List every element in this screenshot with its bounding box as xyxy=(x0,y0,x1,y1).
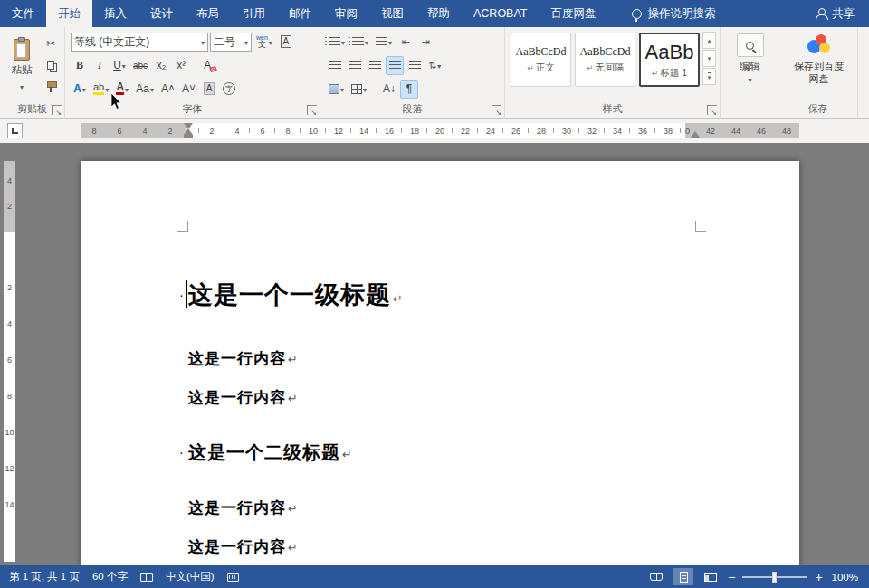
zoom-out-button[interactable] xyxy=(728,570,735,584)
bold-button[interactable]: B xyxy=(71,56,89,75)
ribbon-tab[interactable]: 审阅 xyxy=(323,0,369,27)
justify-button[interactable] xyxy=(386,56,404,75)
sort-button[interactable]: A↓ xyxy=(380,80,398,99)
distribute-button[interactable] xyxy=(406,56,424,75)
format-painter-button[interactable] xyxy=(41,77,61,96)
styles-scroll-down-button[interactable] xyxy=(702,50,716,67)
zoom-in-button[interactable] xyxy=(815,570,822,584)
document-content[interactable]: · 这是一个一级标题↵ 这是一行内容↵ 这是一行内容↵ · xyxy=(81,161,799,559)
font-name-select[interactable]: 等线 (中文正文) xyxy=(71,33,208,52)
paragraph[interactable]: · 这是一个一级标题↵ xyxy=(188,279,745,316)
show-formatting-marks-button[interactable]: ¶ xyxy=(400,80,418,99)
strikethrough-button[interactable]: abc xyxy=(130,56,150,75)
dialog-launcher-icon[interactable] xyxy=(52,105,62,115)
dialog-launcher-icon[interactable] xyxy=(492,105,501,115)
clipboard-group: 粘贴 ✂ 剪贴板 xyxy=(0,27,65,118)
paragraph[interactable]: 这是一行内容↵ xyxy=(188,348,745,371)
styles-more-button[interactable] xyxy=(702,68,716,85)
ribbon-tab[interactable]: 插入 xyxy=(92,0,138,27)
borders-button[interactable] xyxy=(349,80,369,99)
word-count[interactable]: 60 个字 xyxy=(92,570,128,583)
shrink-font-button[interactable]: A˅ xyxy=(179,80,198,99)
save-to-baidu-netdisk-button[interactable]: 保存到百度网盘 xyxy=(784,32,854,85)
paste-button[interactable]: 粘贴 xyxy=(5,32,38,99)
ribbon-tab[interactable]: 引用 xyxy=(231,0,277,27)
clear-formatting-button[interactable]: A xyxy=(201,56,219,75)
input-mode-icon[interactable] xyxy=(227,573,239,582)
style-gallery-item[interactable]: AaBbCcDd ↵正文 xyxy=(511,33,571,87)
ribbon-tab[interactable]: 布局 xyxy=(185,0,231,27)
language-indicator[interactable]: 中文(中国) xyxy=(166,570,215,583)
read-mode-button[interactable] xyxy=(646,568,666,585)
web-layout-button[interactable] xyxy=(701,568,721,585)
paragraph-text: 这是一行内容 xyxy=(188,389,286,406)
numbering-button[interactable] xyxy=(349,33,371,52)
paragraph[interactable]: 这是一行内容↵ xyxy=(188,387,745,410)
grow-font-button[interactable]: A˄ xyxy=(158,80,177,99)
dialog-launcher-icon[interactable] xyxy=(707,105,717,115)
ruler-number: 6 xyxy=(250,127,275,136)
underline-button[interactable]: U xyxy=(110,56,129,75)
dialog-launcher-icon[interactable] xyxy=(307,105,317,115)
right-indent-marker[interactable] xyxy=(691,131,700,138)
zoom-slider[interactable] xyxy=(742,571,807,583)
page-indicator[interactable]: 第 1 页, 共 1 页 xyxy=(9,570,80,583)
font-color-button[interactable]: A xyxy=(113,80,131,99)
tab-selector-button[interactable] xyxy=(7,123,23,138)
cut-button[interactable]: ✂ xyxy=(41,33,61,52)
editing-menu-button[interactable]: 编辑 xyxy=(726,32,774,84)
font-size-select[interactable]: 二号 xyxy=(210,33,252,52)
enclose-characters-button[interactable]: 字 xyxy=(220,80,238,99)
copy-button[interactable] xyxy=(41,55,61,74)
ribbon-tab[interactable]: 开始 xyxy=(46,0,92,27)
ribbon-tab[interactable]: 视图 xyxy=(369,0,415,27)
phonetic-guide-button[interactable]: wén文 xyxy=(253,33,275,52)
document-area[interactable]: 42 2468101214 · 这是一个一级标题↵ 这是一行内容↵ xyxy=(0,143,869,565)
italic-button[interactable]: I xyxy=(91,56,109,75)
share-button[interactable]: 共享 xyxy=(801,0,869,27)
line-spacing-button[interactable]: ⇅ xyxy=(425,56,444,75)
zoom-slider-handle[interactable] xyxy=(772,572,777,583)
document-page[interactable]: · 这是一个一级标题↵ 这是一行内容↵ 这是一行内容↵ · xyxy=(81,161,799,565)
horizontal-ruler[interactable]: 8642 2468101214161820222426283032343638 … xyxy=(81,123,799,138)
zoom-level[interactable]: 100% xyxy=(832,572,858,583)
superscript-button[interactable]: x² xyxy=(172,56,190,75)
ruler-number: 24 xyxy=(478,127,503,136)
character-border-button[interactable]: A xyxy=(277,33,295,52)
change-case-button[interactable]: Aa xyxy=(133,80,157,99)
align-center-button[interactable] xyxy=(346,56,364,75)
ribbon-tab[interactable]: 百度网盘 xyxy=(540,0,608,27)
ribbon-tab[interactable]: 设计 xyxy=(138,0,185,27)
vertical-ruler[interactable]: 42 2468101214 xyxy=(4,161,15,562)
increase-indent-button[interactable]: ⇥ xyxy=(416,33,434,52)
paragraph[interactable]: 这是一行内容↵ xyxy=(188,536,745,559)
decrease-indent-button[interactable]: ⇤ xyxy=(396,33,415,52)
paragraph[interactable]: 这是一行内容↵ xyxy=(188,498,745,520)
paragraph[interactable]: · 这是一个二级标题↵ xyxy=(188,441,745,467)
tell-me-search[interactable]: 操作说明搜索 xyxy=(621,0,727,27)
print-layout-button[interactable] xyxy=(673,568,693,585)
ribbon-tab[interactable]: 邮件 xyxy=(277,0,323,27)
ribbon-tab[interactable]: 文件 xyxy=(0,0,46,27)
ribbon-tab[interactable]: 帮助 xyxy=(415,0,462,27)
text-effects-button[interactable]: A xyxy=(71,80,89,99)
strikethrough-icon: abc xyxy=(133,61,148,71)
multilevel-list-button[interactable] xyxy=(373,33,395,52)
bullets-button[interactable] xyxy=(326,33,348,52)
align-right-button[interactable] xyxy=(366,56,384,75)
find-button[interactable] xyxy=(737,33,764,57)
character-shading-button[interactable]: A xyxy=(200,80,218,99)
highlight-button[interactable]: ab xyxy=(91,80,111,99)
align-left-button[interactable] xyxy=(326,56,344,75)
style-gallery-item[interactable]: AaBbCcDd ↵无间隔 xyxy=(575,33,635,87)
styles-scroll-up-button[interactable] xyxy=(702,32,716,49)
font-name-value: 等线 (中文正文) xyxy=(74,34,149,50)
ribbon-tab-label: 邮件 xyxy=(289,6,311,22)
ribbon-tab[interactable]: ACROBAT xyxy=(462,0,540,27)
hanging-indent-marker[interactable] xyxy=(184,128,193,135)
shading-button[interactable] xyxy=(326,80,347,99)
proofing-check-icon[interactable] xyxy=(140,573,153,582)
style-gallery-item[interactable]: AaBb ↵标题 1 xyxy=(639,33,700,87)
subscript-button[interactable]: x₂ xyxy=(152,56,170,75)
left-indent-marker[interactable] xyxy=(184,135,193,138)
